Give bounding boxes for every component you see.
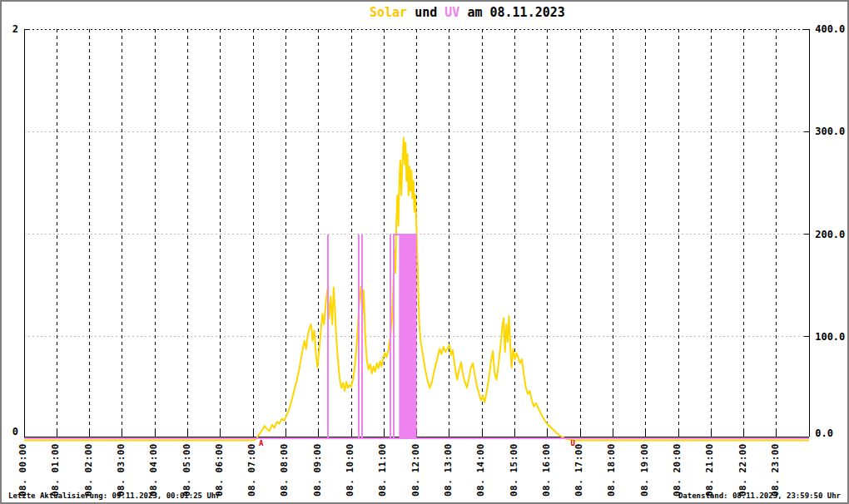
- x-tick-label: 08. 13:00: [443, 443, 454, 497]
- x-tick-label: 08. 05:00: [181, 443, 192, 497]
- x-tick-label: 08. 11:00: [377, 443, 388, 497]
- x-tick-label: 08. 04:00: [148, 443, 159, 497]
- x-tick-label: 08. 15:00: [509, 443, 519, 497]
- x-tick-label: 08. 14:00: [475, 443, 486, 497]
- chart-plot-area: [2, 2, 849, 504]
- y-right-tick-label: 100.0: [815, 331, 845, 343]
- x-tick-label: 08. 17:00: [573, 443, 584, 497]
- data-timestamp-text: Datenstand: 08.11.2023, 23:59:50 Uhr: [678, 492, 841, 500]
- x-tick-label: 08. 03:00: [116, 443, 127, 497]
- x-tick-label: 08. 07:00: [246, 443, 257, 497]
- uv-solid-block: [399, 235, 416, 439]
- x-tick-label: 08. 01:00: [50, 443, 61, 497]
- x-tick-label: 08. 09:00: [312, 443, 323, 497]
- x-tick-label: 08. 20:00: [672, 443, 683, 497]
- x-tick-label: 08. 19:00: [639, 443, 650, 497]
- x-tick-label: 08. 10:00: [345, 443, 355, 497]
- y-right-tick-label: 400.0: [815, 23, 845, 35]
- y-right-tick-label: 0.0: [815, 427, 833, 439]
- sunrise-marker: A: [259, 439, 263, 447]
- x-tick-label: 08. 02:00: [83, 443, 94, 497]
- x-tick-label: 08. 12:00: [410, 443, 421, 497]
- x-tick-label: 08. 21:00: [704, 443, 715, 497]
- x-tick-label: 08. 06:00: [214, 443, 225, 497]
- y-left-tick-label: 2: [5, 23, 18, 35]
- weather-chart-panel: Solar und UV am 08.11.2023 08. 00:0008. …: [0, 0, 849, 504]
- x-tick-label: 08. 00:00: [17, 443, 28, 497]
- y-right-tick-label: 300.0: [815, 126, 845, 137]
- last-update-text: Letzte Aktualisierung: 09.11.2023, 00:01…: [8, 492, 221, 500]
- x-tick-label: 08. 22:00: [737, 443, 748, 497]
- x-tick-label: 08. 18:00: [606, 443, 617, 497]
- y-left-tick-label: 0: [5, 426, 18, 437]
- x-tick-label: 08. 23:00: [770, 443, 781, 497]
- x-tick-label: 08. 16:00: [541, 443, 552, 497]
- y-right-tick-label: 200.0: [815, 229, 845, 240]
- x-tick-label: 08. 08:00: [279, 443, 290, 497]
- sunset-marker: U: [570, 439, 574, 447]
